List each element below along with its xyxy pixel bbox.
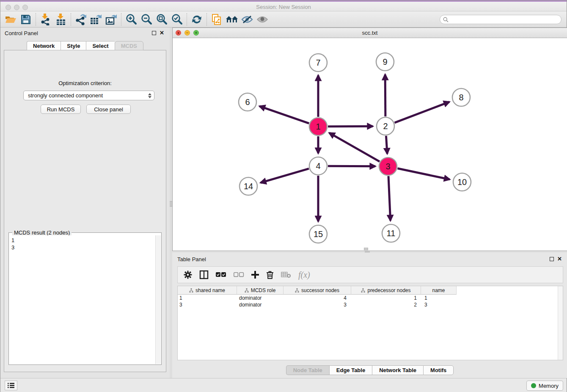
save-floppy-icon xyxy=(21,14,31,25)
float-panel-icon[interactable] xyxy=(550,257,554,261)
mcds-result-group: MCDS result (2 nodes) 1 3 xyxy=(8,232,162,365)
optimization-criterion-select[interactable]: strongly connected component xyxy=(23,91,154,100)
tab-select[interactable]: Select xyxy=(86,41,114,50)
checked-boxes-icon xyxy=(216,272,226,277)
graph-edge-3-10[interactable] xyxy=(398,168,450,179)
delete-table-button[interactable] xyxy=(281,271,291,278)
open-folder-icon xyxy=(5,14,17,25)
float-panel-icon[interactable] xyxy=(152,31,156,35)
zoom-out-button[interactable] xyxy=(139,13,154,26)
toolbar-separator xyxy=(36,13,36,26)
export-network-button[interactable] xyxy=(73,13,88,26)
open-session-button[interactable] xyxy=(3,13,18,26)
control-panel: Control Panel ✕ NetworkStyleSelectMCDS O… xyxy=(0,28,170,378)
graph-edge-4-3[interactable] xyxy=(328,166,375,166)
apply-layout-button[interactable] xyxy=(189,13,204,26)
column-header-name[interactable]: name xyxy=(421,286,457,295)
network-canvas[interactable]: 7968124314101511 xyxy=(173,38,567,251)
export-image-button[interactable] xyxy=(104,13,119,26)
graph-node-label-15: 15 xyxy=(314,229,323,239)
close-panel-icon[interactable]: ✕ xyxy=(160,30,164,36)
show-all-networks-button[interactable] xyxy=(224,13,239,26)
table-toolbar: f(x) xyxy=(177,266,563,283)
tab-network-table[interactable]: Network Table xyxy=(372,365,423,375)
search-input[interactable] xyxy=(450,17,561,22)
zoom-fit-button[interactable] xyxy=(154,13,169,26)
graph-edge-1-6[interactable] xyxy=(259,106,309,124)
network-graph[interactable]: 7968124314101511 xyxy=(173,38,567,251)
create-column-button[interactable] xyxy=(251,271,259,279)
table-body: 1dominator4113dominator323 xyxy=(178,295,563,308)
run-mcds-button[interactable]: Run MCDS xyxy=(41,105,81,114)
import-network-icon xyxy=(40,14,51,25)
cell-name[interactable]: 3 xyxy=(423,301,459,308)
zoom-in-button[interactable] xyxy=(124,13,139,26)
delete-column-button[interactable] xyxy=(266,271,274,279)
hide-glyphs-button[interactable] xyxy=(239,13,255,26)
refresh-icon xyxy=(191,14,202,25)
cell-name[interactable]: 1 xyxy=(423,295,459,301)
zoom-selected-button[interactable] xyxy=(169,13,184,26)
network-from-selection-button[interactable] xyxy=(209,13,224,26)
tab-edge-table[interactable]: Edge Table xyxy=(329,365,372,375)
export-table-button[interactable] xyxy=(88,13,104,26)
list-icon xyxy=(8,383,14,388)
table-row-0[interactable]: 1dominator411 xyxy=(178,295,563,301)
table-panel-title: Table Panel xyxy=(177,256,206,262)
tab-node-table[interactable]: Node Table xyxy=(286,365,329,375)
eye-icon xyxy=(256,15,268,24)
import-table-button[interactable] xyxy=(53,13,69,26)
mcds-result-text[interactable]: 1 3 xyxy=(9,235,155,364)
cell-shared-name[interactable]: 3 xyxy=(178,301,237,308)
toolbar-separator xyxy=(71,13,71,26)
canvas-hscroll-thumb[interactable] xyxy=(364,248,368,250)
table-scrollbar[interactable] xyxy=(558,286,563,360)
network-window-titlebar[interactable]: x – + scc.txt xyxy=(173,28,567,38)
column-label: name xyxy=(432,287,445,293)
graph-edge-1-2[interactable] xyxy=(328,126,373,127)
memory-button[interactable]: Memory xyxy=(526,381,563,391)
table-options-button[interactable] xyxy=(184,271,192,279)
task-history-button[interactable] xyxy=(5,381,17,390)
mcds-result-scrollbar[interactable] xyxy=(155,235,161,364)
gear-icon xyxy=(184,271,192,279)
show-glyphs-button[interactable] xyxy=(255,13,270,26)
deselect-all-button[interactable] xyxy=(234,272,244,277)
tab-mcds[interactable]: MCDS xyxy=(115,41,143,50)
column-header-successor-nodes[interactable]: successor nodes xyxy=(284,286,351,295)
graph-edge-3-11[interactable] xyxy=(388,176,391,221)
table-row-1[interactable]: 3dominator323 xyxy=(178,301,563,308)
save-session-button[interactable] xyxy=(18,13,33,26)
column-header-shared-name[interactable]: shared name xyxy=(178,286,237,295)
graph-node-label-11: 11 xyxy=(387,229,396,238)
close-panel-icon[interactable]: ✕ xyxy=(557,256,562,262)
tab-motifs[interactable]: Motifs xyxy=(423,365,454,375)
cell-shared-name[interactable]: 1 xyxy=(178,295,237,301)
graph-node-label-3: 3 xyxy=(385,162,390,171)
cell-mcds-role[interactable]: dominator xyxy=(237,295,284,301)
zoom-in-icon xyxy=(125,14,137,25)
graph-edge-2-9[interactable] xyxy=(385,75,385,116)
cell-successor-nodes[interactable]: 3 xyxy=(284,301,352,308)
import-network-button[interactable] xyxy=(38,13,53,26)
cell-predecessor-nodes[interactable]: 2 xyxy=(352,301,423,308)
tab-style[interactable]: Style xyxy=(61,41,86,50)
graph-edge-3-1[interactable] xyxy=(329,133,380,162)
cell-predecessor-nodes[interactable]: 1 xyxy=(352,295,423,301)
graph-node-label-10: 10 xyxy=(457,177,467,187)
column-header-mcds-role[interactable]: MCDS role xyxy=(237,286,284,295)
cell-mcds-role[interactable]: dominator xyxy=(237,301,284,308)
function-builder-button[interactable]: f(x) xyxy=(298,270,310,280)
show-column-panel-button[interactable] xyxy=(199,270,209,279)
graph-edge-2-3[interactable] xyxy=(386,136,387,154)
memory-status-icon xyxy=(531,383,536,388)
tab-network[interactable]: Network xyxy=(27,41,61,50)
graph-edge-2-8[interactable] xyxy=(395,102,449,123)
cell-successor-nodes[interactable]: 4 xyxy=(284,295,352,301)
close-panel-button[interactable]: Close panel xyxy=(86,105,131,114)
graph-edge-4-14[interactable] xyxy=(261,168,309,182)
toolbar-separator xyxy=(187,13,187,26)
search-field[interactable] xyxy=(440,15,561,24)
column-header-predecessor-nodes[interactable]: predecessor nodes xyxy=(351,286,421,295)
select-all-button[interactable] xyxy=(216,272,226,277)
